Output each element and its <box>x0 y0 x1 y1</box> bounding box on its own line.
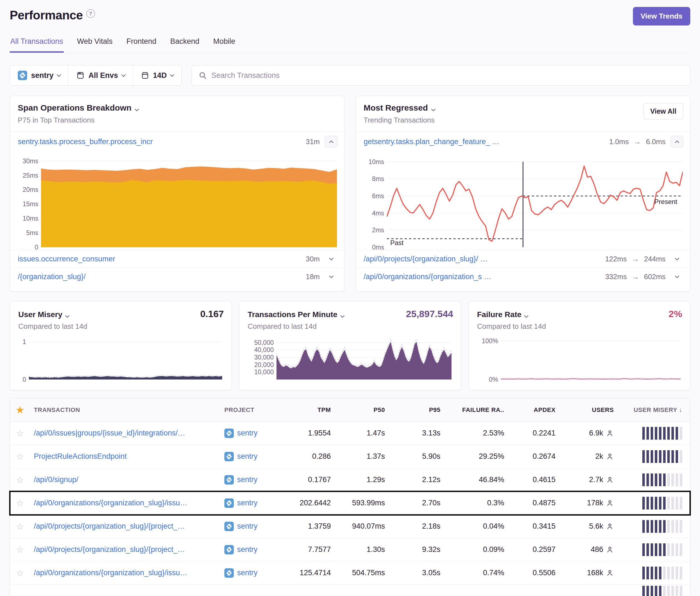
arrow-right-icon: → <box>632 255 639 263</box>
span-operations-panel: Span Operations Breakdown P75 in Top Tra… <box>10 96 345 292</box>
regressed-transaction-link[interactable]: /api/0/organizations/{organization_s … <box>364 273 492 281</box>
transactions-table: ★TRANSACTIONPROJECTTPMP50P95FAILURE RA..… <box>10 398 690 596</box>
most-regressed-title[interactable]: Most Regressed <box>364 103 428 112</box>
transaction-link[interactable]: /api/0/projects/{organization_slug}/{pro… <box>34 545 224 554</box>
regressed-transaction-link[interactable]: getsentry.tasks.plan_change_feature_ … <box>364 137 499 146</box>
span-operations-title[interactable]: Span Operations Breakdown <box>18 103 131 112</box>
col-p95[interactable]: P95 <box>392 406 448 414</box>
collapse-button[interactable] <box>325 136 338 148</box>
col-user-misery-sorted[interactable]: USER MISERY ↓ <box>621 406 686 414</box>
star-icon[interactable]: ★ <box>16 405 34 415</box>
transaction-link[interactable]: /api/0/organizations/{organization_slug}… <box>34 569 224 577</box>
col-users[interactable]: USERS <box>563 406 621 414</box>
span-operations-chart: 30ms25ms20ms15ms10ms5ms0 <box>10 152 344 250</box>
transaction-link[interactable]: /api/0/projects/{organization_slug}/{pro… <box>34 522 224 530</box>
environment-filter[interactable]: All Envs <box>68 66 133 85</box>
tab-frontend[interactable]: Frontend <box>126 35 157 53</box>
user-icon <box>606 569 614 577</box>
col-tpm[interactable]: TPM <box>291 406 338 414</box>
col-failure-rate[interactable]: FAILURE RA.. <box>448 406 511 414</box>
col-apdex[interactable]: APDEX <box>511 406 563 414</box>
star-icon[interactable]: ☆ <box>16 474 34 485</box>
search-icon <box>199 71 207 80</box>
transaction-link[interactable]: /api/0/issues|groups/{issue_id}/integrat… <box>34 429 224 437</box>
transaction-link[interactable]: /api/0/organizations/{organization_slug}… <box>34 499 224 507</box>
tpm-card: Transactions Per Minute 25,897.544 Compa… <box>239 301 461 390</box>
col-p50[interactable]: P50 <box>338 406 392 414</box>
chevron-down-icon <box>524 313 529 318</box>
tab-web-vitals[interactable]: Web Vitals <box>77 35 113 53</box>
apdex-cell: 0.2674 <box>511 452 563 461</box>
span-op-link[interactable]: sentry.tasks.process_buffer.process_incr <box>18 137 153 146</box>
view-all-button[interactable]: View All <box>644 103 683 120</box>
table-row: ☆/api/0/organizations/{organization_slug… <box>10 492 690 515</box>
project-link[interactable]: sentry <box>237 499 258 507</box>
view-trends-button[interactable]: View Trends <box>633 7 690 26</box>
user-icon <box>606 546 614 553</box>
users-cell: 178k <box>563 499 621 507</box>
expand-button[interactable] <box>325 258 338 260</box>
p95-cell: 3.05s <box>392 569 448 577</box>
project-filter[interactable]: sentry <box>10 66 68 85</box>
span-op-duration: 30m <box>306 255 320 263</box>
tab-all-transactions[interactable]: All Transactions <box>10 35 64 53</box>
users-cell: 486 <box>563 545 621 554</box>
calendar-icon <box>141 71 149 80</box>
span-op-link[interactable]: issues.occurrence_consumer <box>18 255 115 263</box>
chevron-down-icon <box>675 256 679 261</box>
span-operations-subtitle: P75 in Top Transactions <box>18 116 336 125</box>
project-cell: sentry <box>224 498 291 508</box>
failure-rate-title[interactable]: Failure Rate <box>477 310 521 319</box>
user-misery-title[interactable]: User Misery <box>18 310 62 319</box>
axis-tick-label: 10ms <box>369 158 384 166</box>
star-icon[interactable]: ☆ <box>16 428 34 439</box>
axis-tick-label: 30,000 <box>254 354 274 361</box>
python-project-icon <box>224 452 234 461</box>
expand-button[interactable] <box>325 276 338 278</box>
tab-mobile[interactable]: Mobile <box>213 35 236 53</box>
python-project-icon <box>224 545 234 554</box>
help-icon[interactable]: ? <box>86 9 95 18</box>
transaction-link[interactable]: /api/0/signup/ <box>34 475 224 484</box>
span-op-link[interactable]: /{organization_slug}/ <box>18 273 86 281</box>
project-link[interactable]: sentry <box>237 475 258 484</box>
tpm-title[interactable]: Transactions Per Minute <box>248 310 338 319</box>
chevron-up-icon <box>675 140 679 145</box>
most-regressed-chart: 10ms8ms6ms4ms2ms0ms Past Present <box>356 152 690 250</box>
expand-button[interactable] <box>671 276 683 278</box>
project-link[interactable]: sentry <box>237 429 258 437</box>
col-project[interactable]: PROJECT <box>224 406 291 414</box>
chevron-down-icon <box>340 313 345 318</box>
transaction-link[interactable]: ProjectRuleActionsEndpoint <box>34 452 224 461</box>
date-range-filter[interactable]: 14D <box>133 66 182 85</box>
search-input[interactable] <box>211 71 683 80</box>
python-project-icon <box>224 568 234 578</box>
user-misery-value: 0.167 <box>200 309 224 319</box>
project-link[interactable]: sentry <box>237 569 258 577</box>
table-header-row: ★TRANSACTIONPROJECTTPMP50P95FAILURE RA..… <box>10 398 690 422</box>
collapse-button[interactable] <box>671 136 683 148</box>
tab-backend[interactable]: Backend <box>170 35 200 53</box>
axis-tick-label: 1 <box>22 338 26 346</box>
project-link[interactable]: sentry <box>237 522 258 530</box>
p95-cell: 2.18s <box>392 522 448 530</box>
filter-group: sentry All Envs 14D <box>10 65 182 86</box>
star-icon[interactable]: ☆ <box>16 544 34 555</box>
y-axis: 100%0% <box>475 335 501 380</box>
tpm-cell: 202.6442 <box>291 499 338 507</box>
star-icon[interactable]: ☆ <box>16 451 34 462</box>
date-range-filter-label: 14D <box>153 71 167 80</box>
duration-to: 602ms <box>644 273 666 281</box>
project-link[interactable]: sentry <box>237 545 258 554</box>
expand-button[interactable] <box>671 258 683 260</box>
star-icon[interactable]: ☆ <box>16 521 34 532</box>
p50-cell: 1.47s <box>338 429 392 437</box>
axis-tick-label: 20ms <box>23 186 38 193</box>
col-transaction[interactable]: TRANSACTION <box>34 406 224 414</box>
project-link[interactable]: sentry <box>237 452 258 461</box>
span-op-duration: 31m <box>306 137 320 146</box>
users-cell: 2k <box>563 452 621 461</box>
star-icon[interactable]: ☆ <box>16 498 34 509</box>
star-icon[interactable]: ☆ <box>16 568 34 578</box>
regressed-transaction-link[interactable]: /api/0/projects/{organization_slug}/ … <box>364 255 488 263</box>
